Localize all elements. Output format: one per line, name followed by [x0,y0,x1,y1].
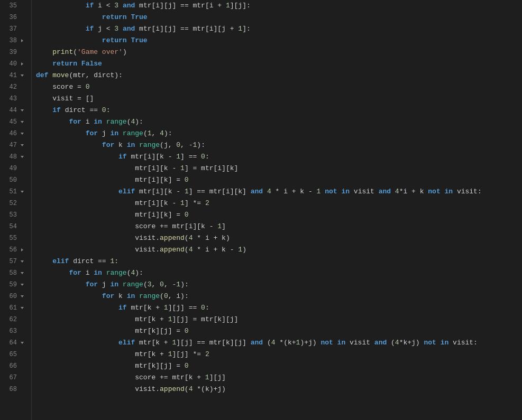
code-token-plain: ][j] = mtr[k][j] [172,314,238,325]
gutter-row: 64 [0,337,31,349]
fold-icon[interactable] [18,257,26,266]
code-line: if i < 3 and mtr[i][j] == mtr[i + 1][j]: [32,0,522,12]
gutter-row: 60 [0,291,31,302]
line-number: 60 [2,293,17,300]
indent [36,174,135,186]
code-token-plain: ][j] == mtr[k][j] [176,337,250,349]
svg-marker-2 [21,74,24,77]
code-token-fn: append [160,384,185,395]
code-token-plain: visit: [453,186,482,198]
gutter-row: 35 [0,0,31,12]
fold-icon[interactable] [18,129,26,138]
code-token-plain: dirct == [69,256,110,267]
fold-icon[interactable] [18,36,26,45]
code-token-num: 0 [185,209,189,221]
code-token-fn: print [52,46,73,58]
code-token-plain: mtr[k][j] = [135,360,185,372]
no-fold-icon [18,164,26,173]
fold-icon[interactable] [18,106,26,115]
code-token-plain: mtr[k + [127,302,164,314]
svg-marker-6 [21,144,24,146]
fold-icon[interactable] [18,153,26,161]
fold-icon[interactable] [18,339,26,347]
code-token-num: 4 [271,337,276,349]
indent [36,116,69,128]
gutter-row: 62 [0,314,31,325]
code-token-plain: ): [164,128,172,139]
fold-icon[interactable] [18,71,26,80]
code-token-num: 3 [114,23,118,35]
code-token-plain: mtr[i][k - [135,186,185,198]
code-token-plain [102,116,106,128]
code-token-plain: k [114,291,126,302]
code-token-plain: i [81,267,94,279]
indent [36,105,52,116]
code-line: for k in range(0, i): [32,291,522,302]
code-token-num: 1 [205,372,209,384]
fold-icon[interactable] [18,60,26,68]
code-token-plain: ]: [242,23,251,35]
code-token-plain: *k+j) [399,337,424,349]
code-token-kw: for [102,139,114,151]
indent [36,186,118,198]
code-token-kw: and [123,23,135,35]
code-token-num: 1 [217,221,222,232]
code-token-plain: visit. [135,232,160,244]
code-token-plain: mtr[i][k] = [135,209,185,221]
svg-marker-1 [21,62,23,66]
code-line: score = 0 [32,81,522,93]
code-editor: 3536373839404142434445464748495051525354… [0,0,522,420]
line-number: 67 [2,374,17,381]
code-token-kw: for [86,128,98,139]
indent [36,46,52,58]
code-token-plain [118,0,123,12]
no-fold-icon [18,95,26,103]
line-gutter: 3536373839404142434445464748495051525354… [0,0,32,420]
code-token-fn: append [160,244,185,256]
fold-icon[interactable] [18,246,26,254]
code-token-kw: return [102,12,127,23]
code-token-kw: and [374,337,387,349]
fold-icon[interactable] [18,141,26,150]
code-area[interactable]: if i < 3 and mtr[i][j] == mtr[i + 1][j]:… [32,0,522,420]
code-token-plain: : [205,151,209,163]
code-token-plain: visit [350,186,379,198]
code-token-str: 'Game over' [77,46,123,58]
fold-icon[interactable] [18,269,26,277]
code-token-kw: in [337,337,346,349]
gutter-row: 42 [0,81,31,93]
line-number: 41 [2,72,17,79]
code-token-plain: score += mtr[k + [135,372,205,384]
code-token-num: 1 [168,314,172,325]
gutter-row: 48 [0,151,31,163]
code-token-num: 4 [395,337,399,349]
code-token-plain: ): [135,116,143,128]
code-token-num: 0 [201,302,205,314]
code-token-kw: for [69,267,81,279]
fold-icon[interactable] [18,304,26,312]
code-token-plain: mtr[i][k] = [135,174,185,186]
gutter-row: 57 [0,256,31,267]
line-number: 56 [2,246,17,254]
code-token-num: 0 [164,291,168,302]
line-number: 53 [2,211,17,219]
fold-icon[interactable] [18,281,26,289]
code-token-kw: if [86,0,94,12]
code-token-plain [135,139,139,151]
code-line: mtr[k][j] = 0 [32,325,522,337]
code-token-kw: not [320,337,333,349]
indent [36,81,52,93]
code-token-plain: *(k+ [276,337,296,349]
code-token-kw: False [81,58,102,70]
fold-icon[interactable] [18,188,26,196]
fold-icon[interactable] [18,292,26,301]
code-line: if dirct == 0: [32,105,522,116]
line-number: 39 [2,49,17,56]
gutter-row: 55 [0,232,31,244]
code-token-builtin: range [106,116,127,128]
line-number: 63 [2,328,17,335]
no-fold-icon [18,222,26,231]
fold-icon[interactable] [18,118,26,126]
code-token-plain: ][j]: [230,0,251,12]
code-token-kw: in [445,186,453,198]
